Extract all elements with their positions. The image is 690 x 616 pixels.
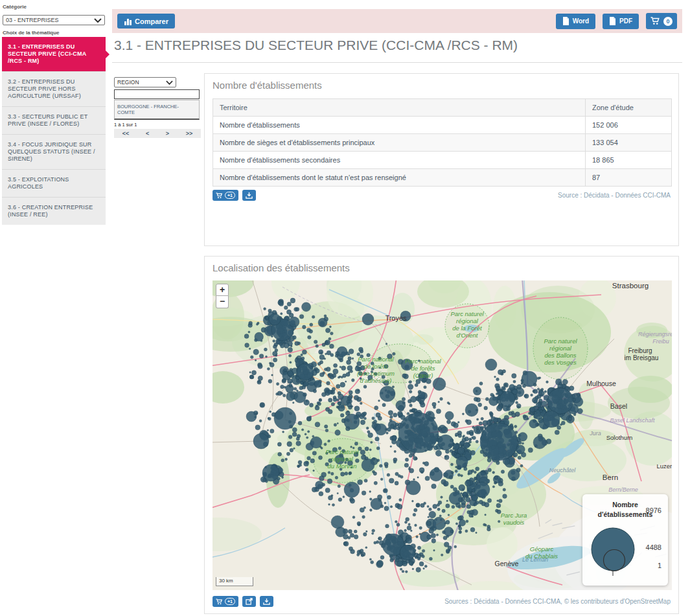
svg-text:Freiburg: Freiburg [628, 347, 652, 354]
region-search-input[interactable] [114, 89, 200, 99]
svg-text:Basel Landschaft: Basel Landschaft [610, 417, 655, 424]
svg-text:Freibu: Freibu [652, 338, 669, 345]
map-zoom-control: + − [216, 284, 229, 308]
sidebar-item-6[interactable]: 3.6 - CREATION ENTREPRISE (INSEE / REE) [2, 197, 106, 225]
zoom-out-button[interactable]: − [216, 296, 229, 308]
zoom-in-button[interactable]: + [216, 284, 229, 296]
svg-text:Parc naturel: Parc naturel [450, 310, 484, 317]
export-buttons: Word PDF 0 [556, 13, 677, 29]
toolbar-band: Comparer Word PDF 0 [112, 9, 682, 33]
sidebar-item-5[interactable]: 3.5 - EXPLOITATIONS AGRICOLES [2, 169, 106, 197]
chevron-down-icon [166, 80, 173, 85]
table-panel: Nombre d'établissements TerritoireZone d… [204, 73, 679, 246]
prev-page-button[interactable]: < [146, 130, 149, 137]
row-label: Nombre d'établissements secondaires [213, 152, 586, 169]
establishments-map[interactable]: Parc naturelrégionalde la Forêtd'OrientP… [213, 280, 672, 590]
map-scalebar: 30 km [216, 577, 253, 586]
svg-text:Parc Jura: Parc Jura [501, 512, 527, 519]
category-select[interactable]: 03 - ENTREPRISES [3, 15, 105, 25]
next-page-button[interactable]: > [166, 130, 169, 137]
file-icon [562, 17, 569, 25]
row-value: 152 006 [586, 117, 672, 134]
legend-value-max: 8976 [646, 507, 661, 514]
sidebar-item-4[interactable]: 3.4 - FOCUS JURIDIQUE SUR QUELQUES STATU… [2, 134, 106, 169]
svg-text:Parc national: Parc national [358, 356, 394, 363]
region-pagination: <<<>>> [114, 129, 201, 138]
legend-circles [582, 520, 668, 585]
svg-text:Bern: Bern [603, 473, 618, 481]
pdf-button[interactable]: PDF [603, 14, 639, 29]
svg-text:(aire optimum: (aire optimum [357, 370, 395, 377]
cart-count-badge: 0 [663, 17, 673, 26]
svg-text:Basel: Basel [610, 402, 627, 410]
svg-text:Genève: Genève [495, 560, 519, 567]
establishments-table: TerritoireZone d'étudeNombre d'établisse… [213, 98, 672, 187]
svg-text:Neuchâtel: Neuchâtel [549, 467, 577, 473]
svg-text:des Ballons: des Ballons [544, 352, 576, 359]
svg-text:vaudois: vaudois [503, 519, 525, 526]
svg-text:Luzern: Luzern [656, 462, 672, 470]
row-value: 133 054 [586, 134, 672, 152]
bar-chart-icon [124, 17, 132, 25]
sidebar-item-1[interactable]: 3.1 - ENTREPRISES DU SECTEUR PRIVE (CCI-… [2, 37, 106, 71]
svg-text:Parc naturel: Parc naturel [544, 337, 577, 345]
theme-label: Choix de la thématique [3, 30, 60, 36]
add-to-cart-button[interactable]: +1 [213, 190, 238, 201]
table-row: Nombre d'établissements dont le statut n… [213, 169, 672, 187]
svg-text:Strasbourg: Strasbourg [612, 282, 649, 290]
sidebar-item-2[interactable]: 3.2 - ENTREPRISES DU SECTEUR PRIVE HORS … [2, 71, 106, 106]
column-header: Territoire [213, 99, 586, 117]
svg-text:im Breisgau: im Breisgau [625, 354, 659, 361]
svg-text:Solothurn: Solothurn [606, 434, 633, 441]
title-divider [112, 62, 682, 63]
download-button[interactable] [242, 190, 256, 201]
cart-button[interactable]: 0 [646, 13, 677, 29]
add-to-cart-button[interactable]: +1 [213, 596, 238, 607]
svg-text:Géoparc: Géoparc [530, 545, 554, 553]
map-panel-title: Localisation des établissements [213, 262, 350, 273]
svg-text:régional: régional [456, 317, 479, 325]
svg-text:Régierungsre: Régierungsre [638, 331, 672, 337]
svg-text:de forêts: de forêts [364, 363, 388, 370]
svg-text:d'adhésion): d'adhésion) [360, 377, 392, 384]
word-button[interactable]: Word [556, 14, 595, 29]
map-sources: Sources : Décidata - Données CCI-CMA, © … [444, 598, 671, 605]
svg-text:régional: régional [331, 455, 354, 462]
svg-text:de forêts: de forêts [411, 365, 435, 372]
first-page-button[interactable]: << [122, 130, 130, 137]
cart-plus-badge: +1 [225, 598, 235, 605]
svg-text:du Morvan: du Morvan [328, 462, 357, 470]
file-icon [609, 17, 616, 25]
table-row: Nombre d'établissements secondaires18 86… [213, 152, 672, 169]
theme-menu: 3.1 - ENTREPRISES DU SECTEUR PRIVE (CCI-… [2, 37, 106, 225]
map-legend: Nombre d'établissements 8976 4488 1 [582, 494, 668, 586]
cart-icon [216, 599, 223, 605]
sidebar-item-3[interactable]: 3.3 - SECTEURS PUBLIC ET PRIVE (INSEE / … [2, 106, 106, 134]
expand-icon [246, 598, 253, 605]
compare-button[interactable]: Comparer [117, 14, 175, 29]
svg-text:Bern/Berne: Bern/Berne [608, 486, 638, 493]
row-label: Nombre d'établissements dont le statut n… [213, 169, 586, 187]
cart-plus-badge: +1 [225, 192, 235, 199]
svg-text:(Cœur): (Cœur) [413, 372, 433, 379]
download-button[interactable] [260, 596, 273, 607]
region-option[interactable]: BOURGOGNE - FRANCHE-COMTE [115, 100, 199, 119]
svg-text:régional: régional [549, 345, 572, 352]
row-value: 87 [586, 169, 672, 187]
legend-value-min: 1 [658, 562, 661, 569]
row-label: Nombre de sièges et d'établissements pri… [213, 134, 586, 152]
region-selector: REGION BOURGOGNE - FRANCHE-COMTE 1 à 1 s… [114, 77, 201, 138]
svg-text:Le Léman: Le Léman [522, 556, 548, 563]
svg-text:d'Orient: d'Orient [457, 332, 478, 339]
map-actions: +1 [213, 596, 273, 607]
svg-text:de la Forêt: de la Forêt [452, 325, 482, 332]
fullscreen-button[interactable] [242, 596, 256, 607]
region-level-select[interactable]: REGION [114, 77, 176, 87]
last-page-button[interactable]: >> [186, 130, 193, 137]
category-select-value: 03 - ENTREPRISES [6, 17, 59, 23]
table-actions: +1 [213, 190, 256, 201]
cart-icon [650, 17, 660, 25]
sidebar: Catégorie 03 - ENTREPRISES Choix de la t… [0, 0, 110, 616]
table-row: Nombre de sièges et d'établissements pri… [213, 134, 672, 152]
column-header: Zone d'étude [586, 99, 672, 117]
